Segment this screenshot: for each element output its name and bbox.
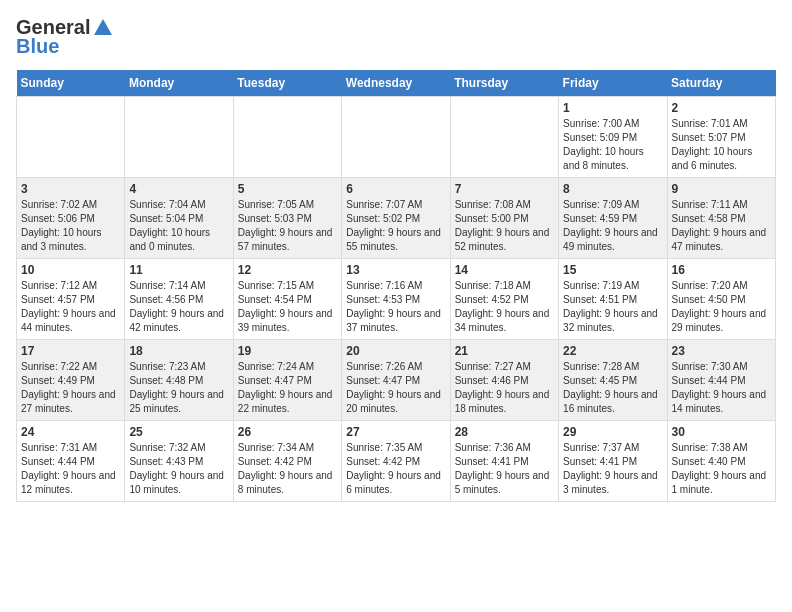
calendar-week-1: 1Sunrise: 7:00 AM Sunset: 5:09 PM Daylig…	[17, 97, 776, 178]
page-header: General Blue	[16, 16, 776, 58]
calendar-cell: 4Sunrise: 7:04 AM Sunset: 5:04 PM Daylig…	[125, 178, 233, 259]
calendar-cell: 16Sunrise: 7:20 AM Sunset: 4:50 PM Dayli…	[667, 259, 775, 340]
day-number: 30	[672, 425, 771, 439]
calendar-cell	[342, 97, 450, 178]
day-info: Sunrise: 7:00 AM Sunset: 5:09 PM Dayligh…	[563, 117, 662, 173]
day-number: 17	[21, 344, 120, 358]
calendar-cell: 9Sunrise: 7:11 AM Sunset: 4:58 PM Daylig…	[667, 178, 775, 259]
day-number: 1	[563, 101, 662, 115]
day-info: Sunrise: 7:05 AM Sunset: 5:03 PM Dayligh…	[238, 198, 337, 254]
calendar-cell	[233, 97, 341, 178]
day-info: Sunrise: 7:08 AM Sunset: 5:00 PM Dayligh…	[455, 198, 554, 254]
calendar-cell: 30Sunrise: 7:38 AM Sunset: 4:40 PM Dayli…	[667, 421, 775, 502]
calendar-week-4: 17Sunrise: 7:22 AM Sunset: 4:49 PM Dayli…	[17, 340, 776, 421]
day-info: Sunrise: 7:31 AM Sunset: 4:44 PM Dayligh…	[21, 441, 120, 497]
weekday-header-saturday: Saturday	[667, 70, 775, 97]
day-number: 22	[563, 344, 662, 358]
day-info: Sunrise: 7:01 AM Sunset: 5:07 PM Dayligh…	[672, 117, 771, 173]
day-number: 23	[672, 344, 771, 358]
day-number: 8	[563, 182, 662, 196]
calendar-cell: 8Sunrise: 7:09 AM Sunset: 4:59 PM Daylig…	[559, 178, 667, 259]
day-number: 19	[238, 344, 337, 358]
day-number: 20	[346, 344, 445, 358]
calendar-cell: 11Sunrise: 7:14 AM Sunset: 4:56 PM Dayli…	[125, 259, 233, 340]
calendar-cell: 28Sunrise: 7:36 AM Sunset: 4:41 PM Dayli…	[450, 421, 558, 502]
day-info: Sunrise: 7:26 AM Sunset: 4:47 PM Dayligh…	[346, 360, 445, 416]
day-info: Sunrise: 7:11 AM Sunset: 4:58 PM Dayligh…	[672, 198, 771, 254]
day-number: 12	[238, 263, 337, 277]
day-number: 25	[129, 425, 228, 439]
day-info: Sunrise: 7:34 AM Sunset: 4:42 PM Dayligh…	[238, 441, 337, 497]
day-info: Sunrise: 7:02 AM Sunset: 5:06 PM Dayligh…	[21, 198, 120, 254]
weekday-header-friday: Friday	[559, 70, 667, 97]
weekday-header-wednesday: Wednesday	[342, 70, 450, 97]
day-info: Sunrise: 7:14 AM Sunset: 4:56 PM Dayligh…	[129, 279, 228, 335]
logo-blue: Blue	[16, 35, 59, 58]
day-number: 14	[455, 263, 554, 277]
calendar-cell: 27Sunrise: 7:35 AM Sunset: 4:42 PM Dayli…	[342, 421, 450, 502]
calendar-week-5: 24Sunrise: 7:31 AM Sunset: 4:44 PM Dayli…	[17, 421, 776, 502]
svg-marker-0	[94, 19, 112, 35]
day-info: Sunrise: 7:09 AM Sunset: 4:59 PM Dayligh…	[563, 198, 662, 254]
day-info: Sunrise: 7:04 AM Sunset: 5:04 PM Dayligh…	[129, 198, 228, 254]
calendar-cell: 18Sunrise: 7:23 AM Sunset: 4:48 PM Dayli…	[125, 340, 233, 421]
day-info: Sunrise: 7:18 AM Sunset: 4:52 PM Dayligh…	[455, 279, 554, 335]
calendar-cell: 26Sunrise: 7:34 AM Sunset: 4:42 PM Dayli…	[233, 421, 341, 502]
weekday-header-sunday: Sunday	[17, 70, 125, 97]
day-number: 21	[455, 344, 554, 358]
day-info: Sunrise: 7:15 AM Sunset: 4:54 PM Dayligh…	[238, 279, 337, 335]
day-number: 29	[563, 425, 662, 439]
calendar-cell: 2Sunrise: 7:01 AM Sunset: 5:07 PM Daylig…	[667, 97, 775, 178]
day-number: 15	[563, 263, 662, 277]
day-info: Sunrise: 7:20 AM Sunset: 4:50 PM Dayligh…	[672, 279, 771, 335]
weekday-header-tuesday: Tuesday	[233, 70, 341, 97]
calendar-cell: 10Sunrise: 7:12 AM Sunset: 4:57 PM Dayli…	[17, 259, 125, 340]
calendar-cell: 25Sunrise: 7:32 AM Sunset: 4:43 PM Dayli…	[125, 421, 233, 502]
day-info: Sunrise: 7:36 AM Sunset: 4:41 PM Dayligh…	[455, 441, 554, 497]
calendar-cell: 20Sunrise: 7:26 AM Sunset: 4:47 PM Dayli…	[342, 340, 450, 421]
calendar-cell	[450, 97, 558, 178]
calendar-cell: 22Sunrise: 7:28 AM Sunset: 4:45 PM Dayli…	[559, 340, 667, 421]
calendar-table: SundayMondayTuesdayWednesdayThursdayFrid…	[16, 70, 776, 502]
day-number: 18	[129, 344, 228, 358]
calendar-week-2: 3Sunrise: 7:02 AM Sunset: 5:06 PM Daylig…	[17, 178, 776, 259]
calendar-cell: 17Sunrise: 7:22 AM Sunset: 4:49 PM Dayli…	[17, 340, 125, 421]
day-info: Sunrise: 7:22 AM Sunset: 4:49 PM Dayligh…	[21, 360, 120, 416]
weekday-header-monday: Monday	[125, 70, 233, 97]
calendar-cell: 6Sunrise: 7:07 AM Sunset: 5:02 PM Daylig…	[342, 178, 450, 259]
weekday-header-row: SundayMondayTuesdayWednesdayThursdayFrid…	[17, 70, 776, 97]
calendar-cell: 12Sunrise: 7:15 AM Sunset: 4:54 PM Dayli…	[233, 259, 341, 340]
calendar-cell: 1Sunrise: 7:00 AM Sunset: 5:09 PM Daylig…	[559, 97, 667, 178]
day-number: 27	[346, 425, 445, 439]
day-number: 5	[238, 182, 337, 196]
day-number: 4	[129, 182, 228, 196]
day-number: 6	[346, 182, 445, 196]
calendar-cell: 5Sunrise: 7:05 AM Sunset: 5:03 PM Daylig…	[233, 178, 341, 259]
calendar-cell: 19Sunrise: 7:24 AM Sunset: 4:47 PM Dayli…	[233, 340, 341, 421]
day-info: Sunrise: 7:38 AM Sunset: 4:40 PM Dayligh…	[672, 441, 771, 497]
day-number: 3	[21, 182, 120, 196]
day-info: Sunrise: 7:35 AM Sunset: 4:42 PM Dayligh…	[346, 441, 445, 497]
calendar-cell	[17, 97, 125, 178]
calendar-cell: 23Sunrise: 7:30 AM Sunset: 4:44 PM Dayli…	[667, 340, 775, 421]
weekday-header-thursday: Thursday	[450, 70, 558, 97]
calendar-week-3: 10Sunrise: 7:12 AM Sunset: 4:57 PM Dayli…	[17, 259, 776, 340]
calendar-cell	[125, 97, 233, 178]
day-info: Sunrise: 7:37 AM Sunset: 4:41 PM Dayligh…	[563, 441, 662, 497]
day-number: 26	[238, 425, 337, 439]
calendar-cell: 14Sunrise: 7:18 AM Sunset: 4:52 PM Dayli…	[450, 259, 558, 340]
day-info: Sunrise: 7:32 AM Sunset: 4:43 PM Dayligh…	[129, 441, 228, 497]
day-info: Sunrise: 7:12 AM Sunset: 4:57 PM Dayligh…	[21, 279, 120, 335]
calendar-cell: 29Sunrise: 7:37 AM Sunset: 4:41 PM Dayli…	[559, 421, 667, 502]
day-info: Sunrise: 7:28 AM Sunset: 4:45 PM Dayligh…	[563, 360, 662, 416]
logo: General Blue	[16, 16, 114, 58]
calendar-cell: 3Sunrise: 7:02 AM Sunset: 5:06 PM Daylig…	[17, 178, 125, 259]
calendar-cell: 24Sunrise: 7:31 AM Sunset: 4:44 PM Dayli…	[17, 421, 125, 502]
day-number: 9	[672, 182, 771, 196]
day-info: Sunrise: 7:23 AM Sunset: 4:48 PM Dayligh…	[129, 360, 228, 416]
calendar-cell: 15Sunrise: 7:19 AM Sunset: 4:51 PM Dayli…	[559, 259, 667, 340]
day-info: Sunrise: 7:24 AM Sunset: 4:47 PM Dayligh…	[238, 360, 337, 416]
day-number: 13	[346, 263, 445, 277]
logo-icon	[92, 17, 114, 39]
day-number: 28	[455, 425, 554, 439]
